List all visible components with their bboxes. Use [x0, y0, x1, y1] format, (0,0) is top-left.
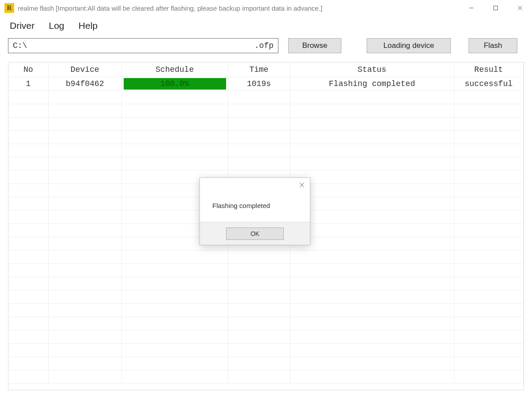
- window-controls: [459, 0, 532, 16]
- col-header-device: Device: [48, 63, 121, 77]
- close-button[interactable]: [508, 0, 532, 16]
- table-row: [8, 157, 524, 170]
- col-header-result: Result: [454, 63, 524, 77]
- path-prefix: C:\: [13, 41, 27, 50]
- table-row: [8, 357, 524, 370]
- table-header-row: No Device Schedule Time Status Result: [8, 63, 524, 77]
- table-row: [8, 343, 524, 357]
- window-title: realme flash [Important:All data will be…: [18, 4, 459, 12]
- col-header-status: Status: [290, 63, 454, 77]
- cell-device: b94f0462: [48, 77, 121, 90]
- progress-bar: 100.0%: [124, 78, 226, 90]
- col-header-time: Time: [228, 63, 290, 77]
- table-row: [8, 370, 524, 383]
- col-header-no: No: [8, 63, 48, 77]
- table-row: [8, 104, 524, 117]
- menu-item-help[interactable]: Help: [78, 20, 98, 31]
- menu-item-log[interactable]: Log: [49, 20, 64, 31]
- table-row: [8, 263, 524, 277]
- svg-rect-1: [493, 6, 497, 10]
- table-row: [8, 290, 524, 303]
- path-extension: .ofp: [254, 41, 274, 50]
- table-row: [8, 130, 524, 144]
- toolbar: C:\ .ofp Browse Loading device Flash: [0, 38, 532, 62]
- table-row: [8, 330, 524, 343]
- table-row[interactable]: 1 b94f0462 100.0% 1019s Flashing complet…: [8, 77, 524, 90]
- cell-result: successful: [454, 77, 524, 90]
- table-row: [8, 317, 524, 330]
- table-row: [8, 303, 524, 317]
- dialog-ok-button[interactable]: OK: [226, 227, 284, 240]
- firmware-path-input[interactable]: C:\ .ofp: [8, 38, 278, 53]
- dialog-titlebar: [200, 178, 310, 193]
- maximize-button[interactable]: [483, 0, 508, 16]
- flash-button[interactable]: Flash: [469, 38, 517, 53]
- table-row: [8, 250, 524, 263]
- table-row: [8, 277, 524, 290]
- dialog-button-row: OK: [200, 222, 310, 245]
- app-icon: R: [4, 3, 14, 13]
- dialog-message: Flashing completed: [200, 193, 310, 222]
- cell-no: 1: [8, 77, 48, 90]
- cell-status: Flashing completed: [290, 77, 454, 90]
- cell-time: 1019s: [228, 77, 290, 90]
- table-row: [8, 90, 524, 104]
- table-row: [8, 117, 524, 130]
- dialog-close-button[interactable]: [299, 182, 305, 189]
- cell-schedule: 100.0%: [121, 77, 228, 90]
- menu-item-driver[interactable]: Driver: [10, 20, 35, 31]
- browse-button[interactable]: Browse: [288, 38, 341, 53]
- minimize-button[interactable]: [459, 0, 483, 16]
- menubar: Driver Log Help: [0, 16, 532, 38]
- table-row: [8, 144, 524, 157]
- col-header-schedule: Schedule: [121, 63, 228, 77]
- loading-device-button[interactable]: Loading device: [367, 38, 451, 53]
- completion-dialog: Flashing completed OK: [200, 177, 310, 245]
- window-titlebar: R realme flash [Important:All data will …: [0, 0, 532, 16]
